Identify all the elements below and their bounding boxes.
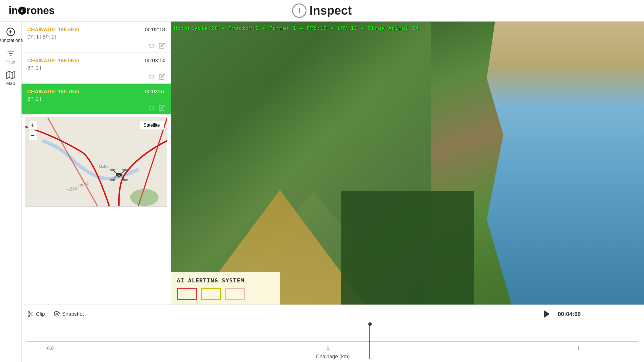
content-row: CHAINAGE: 166.4Km 00:02:18 DP: 1 | BP: 2…: [22, 22, 644, 305]
play-button[interactable]: [542, 309, 552, 319]
annotation-chainage-2: CHAINAGE: 166.0Km: [27, 58, 79, 64]
ai-alert-boxes: [177, 288, 275, 300]
video-panel: Motorcycle:28 ← Tractor:2 → Farmer:1 → P…: [171, 22, 644, 305]
play-time-display: 00:04:06: [558, 311, 581, 317]
sidebar-map-label: Map: [6, 81, 15, 86]
ai-alert-box-light: [225, 288, 245, 300]
edit-icon-1[interactable]: [159, 43, 165, 49]
svg-point-29: [56, 313, 57, 315]
map-zoom-in-button[interactable]: +: [28, 121, 37, 130]
sidebar-item-map[interactable]: Map: [6, 70, 15, 86]
annotation-item-2[interactable]: CHAINAGE: 166.0Km 00:03:14 BP: 2 |: [22, 53, 171, 84]
annotations-panel: CHAINAGE: 166.4Km 00:02:18 DP: 1 | BP: 2…: [22, 22, 171, 305]
video-overlay-text: Motorcycle:28 ← Tractor:2 → Farmer:1 → P…: [174, 25, 419, 31]
page-title: I Inspect: [292, 3, 352, 18]
page-title-text: Inspect: [309, 4, 352, 18]
map-section: Village Road Malin: [25, 118, 167, 207]
chainage-label-3: CHAINAGE:: [27, 89, 57, 95]
chainage-axis-label: Chainage (km): [316, 354, 350, 360]
annotation-actions-2: [27, 74, 165, 80]
annotation-chainage-row-2: CHAINAGE: 166.0Km 00:03:14: [27, 58, 165, 64]
map-icon: [6, 70, 15, 80]
clip-label: Clip: [36, 311, 45, 317]
river-shape: [478, 22, 644, 305]
svg-marker-30: [544, 310, 550, 318]
map-satellite-button[interactable]: Satellite: [139, 121, 164, 130]
snapshot-icon: [53, 311, 60, 317]
edit-icon-2[interactable]: [159, 74, 165, 80]
chainage-label-1: CHAINAGE:: [27, 27, 57, 32]
sidebar-filter-label: Filter: [5, 59, 16, 65]
chainage-label-2: CHAINAGE:: [27, 58, 57, 63]
header: inorones I Inspect: [0, 0, 644, 22]
annotation-tags-1: DP: 1 | BP: 2 |: [27, 34, 165, 40]
snapshot-label: Snapshot: [62, 311, 84, 317]
clip-button[interactable]: Clip: [27, 311, 45, 317]
annotation-item-1[interactable]: CHAINAGE: 166.4Km 00:02:18 DP: 1 | BP: 2…: [22, 22, 171, 53]
ai-alert-panel: AI ALERTING SYSTEM: [171, 272, 280, 305]
sidebar-annotations-label: Annotations: [0, 38, 23, 43]
chainage-value-2: 166.0Km: [58, 58, 79, 63]
timeline-track: [27, 341, 638, 342]
annotation-time-2: 00:03:14: [145, 58, 165, 64]
chainage-value-3: 165.7Km: [58, 89, 79, 95]
svg-marker-8: [6, 71, 15, 79]
bottom-bar: Clip Snapshot 00:04:06: [22, 305, 644, 362]
annotation-time-1: 00:02:18: [145, 27, 165, 33]
svg-point-28: [28, 315, 30, 317]
bottom-toolbar: Clip Snapshot 00:04:06: [27, 305, 638, 321]
annotation-item-3[interactable]: CHAINAGE: 165.7Km 00:03:51 BP: 2 |: [22, 84, 171, 115]
svg-point-24: [122, 179, 128, 181]
ai-alert-title: AI ALERTING SYSTEM: [177, 277, 275, 284]
plus-icon: [6, 27, 15, 36]
map-zoom-out-button[interactable]: −: [28, 131, 37, 140]
filter-icon: [6, 49, 15, 58]
sidebar-item-annotations[interactable]: Annotations: [0, 27, 23, 43]
svg-point-26: [118, 176, 120, 177]
map-svg: Village Road Malin: [25, 118, 167, 206]
timeline-label-start: -0.9: [46, 346, 54, 351]
delete-icon-1[interactable]: [148, 43, 155, 49]
playback-controls: 00:04:06: [542, 309, 581, 319]
sidebar-item-filter[interactable]: Filter: [5, 49, 16, 65]
delete-icon-3[interactable]: [148, 105, 155, 111]
annotation-time-3: 00:03:51: [145, 89, 165, 95]
timeline-label-end: 1: [577, 346, 580, 351]
logo-text: inorones: [9, 5, 55, 16]
annotation-actions-1: [27, 43, 165, 49]
timeline-area[interactable]: -0.9 0 1 Chainage (km): [27, 321, 638, 362]
annotation-chainage-1: CHAINAGE: 166.4Km: [27, 27, 79, 33]
main-content: CHAINAGE: 166.4Km 00:02:18 DP: 1 | BP: 2…: [22, 22, 644, 362]
svg-point-15: [130, 189, 159, 206]
clip-icon: [27, 311, 34, 317]
play-icon: [542, 309, 552, 319]
edit-icon-3[interactable]: [159, 105, 165, 111]
chainage-value-1: 166.4Km: [58, 27, 79, 32]
timeline-needle[interactable]: [369, 324, 370, 359]
delete-icon-2[interactable]: [148, 74, 155, 80]
logo: inorones: [9, 5, 55, 17]
annotation-chainage-row-1: CHAINAGE: 166.4Km 00:02:18: [27, 27, 165, 33]
inspect-icon: I: [292, 3, 306, 18]
annotation-actions-3: [27, 105, 165, 111]
svg-text:Malin: Malin: [99, 164, 108, 169]
ai-alert-box-yellow: [201, 288, 221, 300]
annotation-chainage-row-3: CHAINAGE: 165.7Km 00:03:51: [27, 89, 165, 95]
svg-point-23: [110, 179, 116, 181]
annotation-tags-2: BP: 2 |: [27, 66, 165, 71]
svg-point-22: [122, 169, 128, 171]
sidebar: Annotations Filter Map: [0, 22, 22, 362]
svg-text:o: o: [21, 8, 24, 13]
svg-point-21: [110, 169, 116, 171]
ai-alert-box-red: [177, 288, 197, 300]
svg-point-27: [28, 312, 30, 313]
video-center-line: [408, 22, 408, 234]
map-controls: + −: [28, 121, 37, 140]
snapshot-button[interactable]: Snapshot: [53, 311, 84, 317]
annotation-chainage-3: CHAINAGE: 165.7Km: [27, 89, 79, 95]
annotation-tags-3: BP: 2 |: [27, 97, 165, 102]
timeline-label-mid: 0: [327, 346, 329, 351]
